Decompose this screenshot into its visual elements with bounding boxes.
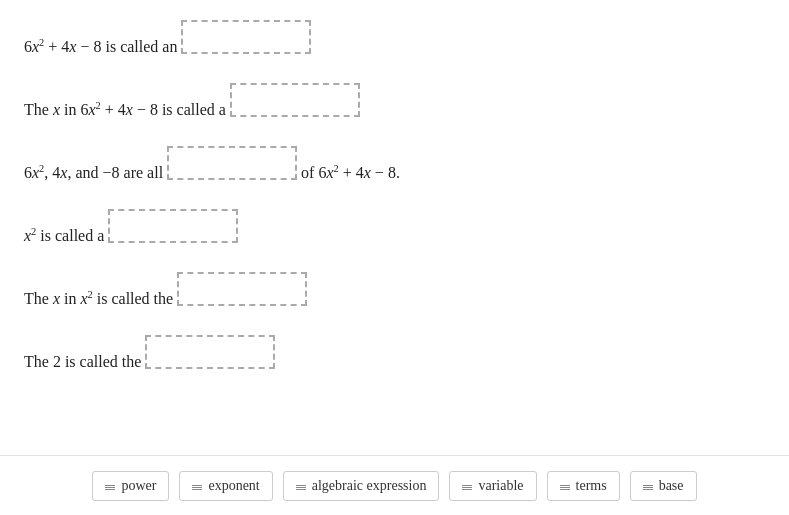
chip-base-label: base — [659, 478, 684, 494]
q3-text: 6x2, 4x, and −8 are all — [24, 161, 163, 185]
chip-terms[interactable]: terms — [547, 471, 620, 501]
q3-text-after: of 6x2 + 4x − 8. — [297, 161, 400, 185]
drag-icon-variable — [462, 485, 472, 486]
chip-algebraic[interactable]: algebraic expression — [283, 471, 440, 501]
drag-icon-terms — [560, 485, 570, 486]
drop-box-q2[interactable] — [230, 83, 360, 117]
question-row-6: The 2 is called the — [24, 333, 765, 374]
drag-icon-power — [105, 485, 115, 486]
drop-box-q6[interactable] — [145, 335, 275, 369]
question-row-4: x2 is called a — [24, 207, 765, 248]
chip-exponent[interactable]: exponent — [179, 471, 272, 501]
drop-box-q4[interactable] — [108, 209, 238, 243]
q6-text: The 2 is called the — [24, 350, 141, 374]
chip-terms-label: terms — [576, 478, 607, 494]
question-row-5: The x in x2 is called the — [24, 270, 765, 311]
drop-box-q5[interactable] — [177, 272, 307, 306]
question-row-3: 6x2, 4x, and −8 are all of 6x2 + 4x − 8. — [24, 144, 765, 185]
chip-algebraic-label: algebraic expression — [312, 478, 427, 494]
q5-text: The x in x2 is called the — [24, 287, 173, 311]
drag-icon-base — [643, 485, 653, 486]
question-row-2: The x in 6x2 + 4x − 8 is called a — [24, 81, 765, 122]
chip-power[interactable]: power — [92, 471, 169, 501]
chip-base[interactable]: base — [630, 471, 697, 501]
chip-variable[interactable]: variable — [449, 471, 536, 501]
content-area: 6x2 + 4x − 8 is called an The x in 6x2 +… — [0, 0, 789, 476]
drop-box-q1[interactable] — [181, 20, 311, 54]
question-row-1: 6x2 + 4x − 8 is called an — [24, 18, 765, 59]
q1-text: 6x2 + 4x − 8 is called an — [24, 35, 177, 59]
answer-bank: power exponent algebraic expression vari… — [0, 455, 789, 515]
drag-icon-algebraic — [296, 485, 306, 486]
chip-power-label: power — [121, 478, 156, 494]
chip-exponent-label: exponent — [208, 478, 259, 494]
drag-icon-exponent — [192, 485, 202, 486]
chip-variable-label: variable — [478, 478, 523, 494]
drop-box-q3[interactable] — [167, 146, 297, 180]
q2-text: The x in 6x2 + 4x − 8 is called a — [24, 98, 226, 122]
q4-text: x2 is called a — [24, 224, 104, 248]
